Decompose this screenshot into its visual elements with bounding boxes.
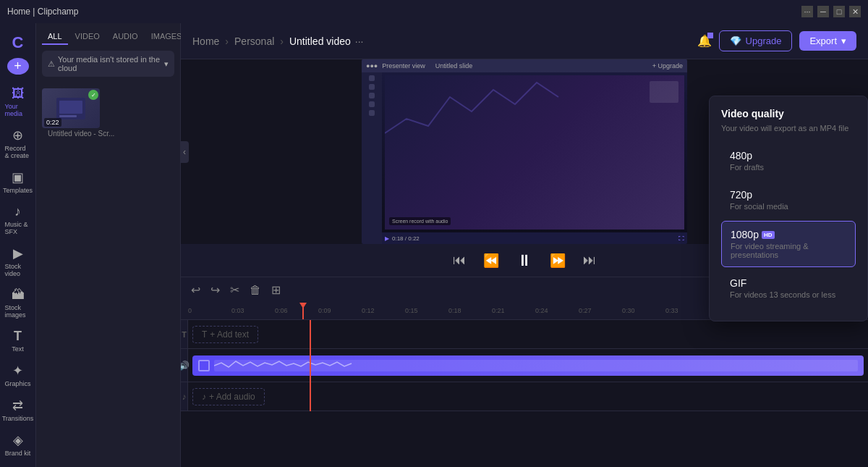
quality-option-gif[interactable]: GIF For videos 13 seconds or less: [721, 270, 856, 306]
quality-option-1080p[interactable]: 1080p HD For video streaming & presentat…: [721, 221, 856, 267]
stock-images-icon: 🏔: [12, 287, 25, 303]
media-tabs: ALL VIDEO AUDIO IMAGES: [36, 23, 180, 45]
add-audio-button[interactable]: ♪ + Add audio: [192, 388, 265, 405]
media-thumb[interactable]: 0:22 ✓: [42, 88, 100, 128]
quality-name-gif: GIF: [730, 277, 847, 289]
ruler-mark-030: 0:30: [622, 307, 665, 316]
vp-bottom-bar: ▶ 0:18 / 0:22 ⛶: [382, 232, 687, 244]
tab-video[interactable]: VIDEO: [69, 29, 106, 45]
title-bar-controls: ··· ─ □ ✕: [801, 6, 861, 17]
thumb-preview-icon: [56, 98, 85, 119]
upgrade-diamond-icon: 💎: [730, 35, 741, 46]
play-pause-button[interactable]: ⏸: [514, 248, 535, 273]
top-bar-right: 🔔 💎 Upgrade Export ▾: [697, 30, 856, 51]
media-grid: 0:22 ✓ Untitled video - Scr...: [36, 83, 180, 143]
quality-panel: Video quality Your video will export as …: [709, 96, 868, 321]
vp-tab2-label: Untitled slide: [435, 62, 473, 70]
sidebar-icons: C + 🖼 Your media ⊕ Record & create ▣ Tem…: [0, 23, 36, 467]
vp-fullscreen-icon: ⛶: [678, 235, 684, 242]
record-create-icon: ⊕: [12, 127, 23, 143]
close-button[interactable]: ✕: [849, 6, 861, 17]
delete-button[interactable]: 🗑: [247, 281, 264, 300]
thumb-duration: 0:22: [44, 118, 61, 127]
cloud-notice-icon: ⚠: [48, 59, 55, 69]
cloud-notice-text: Your media isn't stored in the cloud: [58, 55, 161, 72]
add-audio-label: + Add audio: [209, 392, 255, 402]
copy-button[interactable]: ⊞: [268, 280, 284, 300]
quality-option-480p[interactable]: 480p For drafts: [721, 143, 856, 179]
redo-button[interactable]: ↪: [208, 280, 223, 300]
vp-topbar: ●●● Presenter view Untitled slide + Upgr…: [362, 59, 687, 72]
tab-all[interactable]: ALL: [42, 29, 68, 45]
add-text-button[interactable]: T + Add text: [192, 326, 258, 343]
more-options-icon[interactable]: ···: [355, 35, 364, 47]
app-body: C + 🖼 Your media ⊕ Record & create ▣ Tem…: [0, 23, 868, 467]
home-link[interactable]: Home: [192, 35, 219, 47]
vp-dots: ●●●: [366, 62, 378, 70]
text-icon: T: [14, 329, 22, 344]
svg-rect-1: [59, 101, 82, 114]
quality-option-720p[interactable]: 720p For social media: [721, 182, 856, 218]
quality-panel-subtitle: Your video will export as an MP4 file: [721, 124, 856, 132]
cut-button[interactable]: ✂: [227, 280, 242, 300]
quality-name-1080p: 1080p HD: [731, 229, 846, 240]
add-audio-icon: ♪: [202, 392, 206, 402]
sidebar-item-brand-kit[interactable]: ◈ Brand kit: [2, 428, 34, 461]
quality-desc-gif: For videos 13 seconds or less: [730, 290, 847, 299]
video-clip[interactable]: [192, 355, 864, 376]
hide-panel-button[interactable]: ‹: [181, 141, 189, 163]
logo[interactable]: C: [2, 29, 34, 56]
notifications-icon[interactable]: 🔔: [697, 34, 712, 48]
cloud-notice: ⚠ Your media isn't stored in the cloud ▾: [42, 51, 174, 77]
ruler-mark-006: 0:06: [275, 307, 318, 316]
minimize-button[interactable]: ─: [817, 6, 829, 17]
cloud-notice-chevron: ▾: [164, 59, 169, 69]
export-button[interactable]: Export ▾: [799, 31, 856, 51]
sidebar-item-stock-images[interactable]: 🏔 Stock images: [2, 283, 34, 323]
vp-sidebar-mini: [362, 72, 382, 244]
video-track: 🔊: [181, 349, 868, 382]
workspace-link[interactable]: Personal: [234, 35, 274, 47]
audio-track-content: ♪ + Add audio: [188, 382, 868, 411]
rewind-button[interactable]: ⏪: [480, 250, 502, 272]
vp-timecode: 0:18 / 0:22: [392, 235, 420, 242]
quality-name-480p: 480p: [730, 150, 847, 161]
vp-action-label: + Upgrade: [652, 62, 683, 70]
text-track-icon: T: [182, 330, 187, 339]
upgrade-button[interactable]: 💎 Upgrade: [719, 30, 793, 51]
sidebar-item-transitions[interactable]: ⇄ Transitions: [2, 393, 34, 426]
sidebar-item-music-sfx[interactable]: ♪ Music & SFX: [2, 200, 34, 240]
sidebar-item-templates[interactable]: ▣ Templates: [2, 165, 34, 198]
forward-button[interactable]: ⏩: [547, 250, 569, 272]
sidebar-item-stock-video[interactable]: ▶ Stock video: [2, 241, 34, 282]
templates-icon: ▣: [12, 169, 24, 185]
sidebar-item-graphics[interactable]: ✦ Graphics: [2, 358, 34, 392]
quality-desc-720p: For social media: [730, 202, 847, 211]
main-content: Home › Personal › Untitled video ··· 🔔 💎…: [181, 23, 868, 467]
vp-nav-dot: [369, 75, 375, 81]
timeline-tracks: T T + Add text 🔊: [181, 320, 868, 411]
stock-video-icon: ▶: [13, 245, 23, 261]
sidebar-item-text[interactable]: T Text: [2, 324, 34, 357]
audio-track: ♪ ♪ + Add audio: [181, 382, 868, 411]
add-button[interactable]: +: [7, 58, 29, 75]
vp-nav-dot: [369, 101, 375, 107]
more-button[interactable]: ···: [801, 6, 813, 17]
sidebar-item-record-create[interactable]: ⊕ Record & create: [2, 123, 34, 164]
your-media-icon: 🖼: [12, 86, 25, 101]
sidebar-item-your-media[interactable]: 🖼 Your media: [2, 82, 34, 122]
tab-audio[interactable]: AUDIO: [107, 29, 144, 45]
ruler-mark-009: 0:09: [318, 307, 362, 316]
media-item[interactable]: 0:22 ✓ Untitled video - Scr...: [42, 88, 120, 138]
title-bar: Home | Clipchamp ··· ─ □ ✕: [0, 0, 868, 23]
export-chevron-icon: ▾: [841, 35, 846, 46]
app-title: Home | Clipchamp: [7, 7, 78, 17]
undo-button[interactable]: ↩: [188, 280, 203, 300]
skip-back-button[interactable]: ⏮: [450, 250, 469, 271]
playhead-line: [310, 320, 311, 411]
skip-forward-button[interactable]: ⏭: [580, 250, 599, 271]
maximize-button[interactable]: □: [833, 6, 845, 17]
music-sfx-icon: ♪: [14, 204, 21, 219]
sidebar-item-label: Text: [12, 345, 24, 353]
sidebar-item-label: Templates: [3, 187, 33, 194]
